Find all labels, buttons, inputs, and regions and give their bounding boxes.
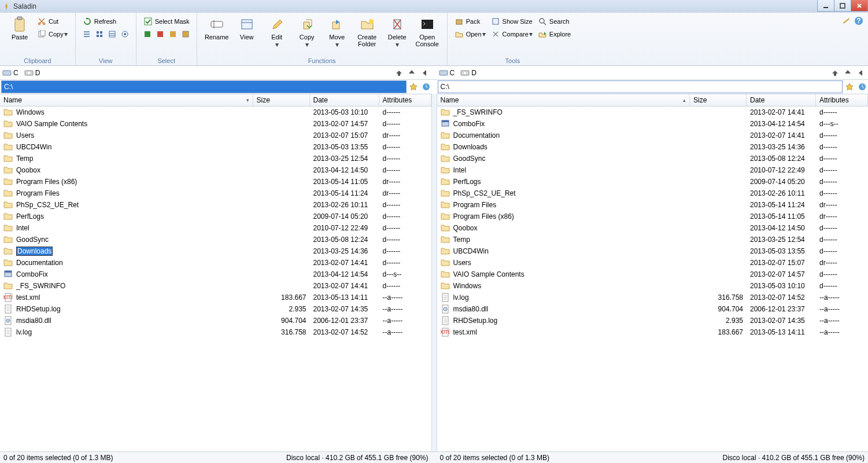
refresh-button[interactable]: Refresh [80,15,131,28]
view-hidden-icon[interactable] [119,28,131,40]
drive-c-left[interactable]: C [2,68,19,78]
bookmark-left[interactable] [408,81,419,93]
file-row[interactable]: Program Files2013-05-14 11:24dr----- [437,199,869,211]
file-row[interactable]: ComboFix2013-04-12 14:54d---s-- [0,269,431,280]
view-grid-icon[interactable] [94,28,105,40]
history-right[interactable] [856,81,868,93]
compare-button[interactable]: Compare▾ [489,28,535,41]
file-row[interactable]: Program Files (x86)2013-05-14 11:05dr---… [437,211,869,222]
file-row[interactable]: Downloads2013-03-25 14:36d------ [437,141,869,153]
file-row[interactable]: RHDSetup.log2.9352013-02-07 14:35--a----… [0,303,431,315]
file-list-left[interactable]: Windows2013-05-03 10:10d------VAIO Sampl… [0,106,431,451]
close-button[interactable] [851,0,868,12]
file-row[interactable]: lv.log316.7582013-02-07 14:52--a----- [0,326,431,338]
nav-back-left[interactable] [419,68,430,78]
file-row[interactable]: Intel2010-07-12 22:49d------ [0,222,431,234]
col-header-date-right[interactable]: Date [747,94,816,106]
file-row[interactable]: PerfLogs2009-07-14 05:20d------ [437,176,869,188]
nav-parent-right[interactable] [830,68,840,78]
invert-selection-icon[interactable] [167,28,179,40]
file-row[interactable]: Downloads2013-03-25 14:36d------ [0,245,431,257]
view-list-icon[interactable] [81,28,93,40]
chevron-down-icon[interactable]: ▾ [482,30,486,38]
move-button[interactable]: Move▾ [322,15,352,50]
help-icon[interactable]: ? [854,16,863,25]
open-folder-button[interactable]: Open▾ [452,28,489,41]
file-row[interactable]: UBCD4Win2013-05-03 13:55d------ [437,245,869,257]
file-row[interactable]: Program Files (x86)2013-05-14 11:05dr---… [0,176,431,188]
minimize-button[interactable] [817,0,834,12]
drive-d-left[interactable]: D [24,68,40,78]
unselect-all-icon[interactable] [154,28,166,40]
file-row[interactable]: GoodSync2013-05-08 12:24d------ [0,234,431,245]
file-row[interactable]: Documentation2013-02-07 14:41d------ [437,130,869,141]
view-file-button[interactable]: View [232,15,262,42]
pack-button[interactable]: Pack [452,15,489,28]
file-row[interactable]: _FS_SWRINFO2013-02-07 14:41d------ [0,280,431,292]
file-row[interactable]: Qoobox2013-04-12 14:50d------ [437,222,869,234]
chevron-down-icon[interactable]: ▾ [335,41,339,49]
drive-d-right[interactable]: D [460,68,477,78]
file-row[interactable]: Temp2013-03-25 12:54d------ [437,234,869,245]
settings-icon[interactable] [841,16,851,25]
file-row[interactable]: UBCD4Win2013-05-03 13:55d------ [0,141,431,153]
copy-button[interactable]: Copy▾ [35,28,71,41]
col-header-name-right[interactable]: Name▴ [437,94,690,106]
chevron-down-icon[interactable]: ▾ [529,30,533,38]
file-row[interactable]: Users2013-02-07 15:07dr----- [0,130,431,141]
edit-button[interactable]: Edit▾ [262,15,292,50]
file-row[interactable]: VAIO Sample Contents2013-02-07 14:57d---… [437,269,869,280]
explore-button[interactable]: Explore [535,28,573,41]
col-header-date-left[interactable]: Date [310,94,379,106]
file-row[interactable]: PhSp_CS2_UE_Ret2013-02-26 10:11d------ [0,199,431,211]
col-header-size-left[interactable]: Size [253,94,310,106]
select-same-icon[interactable] [180,28,191,40]
file-row[interactable]: Intel2010-07-12 22:49d------ [437,164,869,176]
paste-button[interactable]: Paste [5,15,35,42]
file-row[interactable]: VAIO Sample Contents2013-02-07 14:57d---… [0,118,431,130]
col-header-attr-left[interactable]: Attributes [379,94,431,106]
rename-button[interactable]: Rename [202,15,232,42]
file-row[interactable]: _FS_SWRINFO2013-02-07 14:41d------ [437,106,869,118]
file-row[interactable]: xmltest.xml183.6672013-05-13 14:11--a---… [0,292,431,303]
open-console-button[interactable]: Open Console [412,15,442,49]
maximize-button[interactable] [834,0,851,12]
select-mask-button[interactable]: Select Mask [141,15,192,28]
file-row[interactable]: GoodSync2013-05-08 12:24d------ [437,153,869,164]
select-all-icon[interactable] [142,28,153,40]
nav-up-left[interactable] [407,68,417,78]
file-row[interactable]: msdia80.dll904.7042006-12-01 23:37--a---… [0,315,431,326]
file-row[interactable]: Windows2013-05-03 10:10d------ [0,106,431,118]
col-header-attr-right[interactable]: Attributes [816,94,868,106]
file-row[interactable]: Users2013-02-07 15:07dr----- [437,257,869,269]
file-row[interactable]: PhSp_CS2_UE_Ret2013-02-26 10:11d------ [437,188,869,199]
file-row[interactable]: Program Files2013-05-14 11:24dr----- [0,188,431,199]
chevron-down-icon[interactable]: ▾ [305,41,309,49]
file-row[interactable]: RHDSetup.log2.9352013-02-07 14:35--a----… [437,315,869,326]
nav-up-right[interactable] [843,68,853,78]
chevron-down-icon[interactable]: ▾ [395,41,400,49]
delete-button[interactable]: Delete▾ [382,15,412,50]
file-row[interactable]: Temp2013-03-25 12:54d------ [0,153,431,164]
bookmark-right[interactable] [844,81,855,93]
file-list-right[interactable]: _FS_SWRINFO2013-02-07 14:41d------ComboF… [437,106,869,451]
file-row[interactable]: Documentation2013-02-07 14:41d------ [0,257,431,269]
nav-parent-left[interactable] [394,68,404,78]
nav-back-right[interactable] [855,68,866,78]
file-row[interactable]: ComboFix2013-04-12 14:54d---s-- [437,118,869,130]
copy-file-button[interactable]: Copy▾ [292,15,322,50]
drive-c-right[interactable]: C [439,68,455,78]
file-row[interactable]: lv.log316.7582013-02-07 14:52--a----- [437,292,869,303]
file-row[interactable]: Qoobox2013-04-12 14:50d------ [0,164,431,176]
file-row[interactable]: PerfLogs2009-07-14 05:20d------ [0,211,431,222]
show-size-button[interactable]: Show Size [489,15,535,28]
chevron-down-icon[interactable]: ▾ [275,41,279,49]
file-row[interactable]: msdia80.dll904.7042006-12-01 23:37--a---… [437,303,869,315]
path-input-left[interactable] [1,80,407,93]
file-row[interactable]: Windows2013-05-03 10:10d------ [437,280,869,292]
search-button[interactable]: Search [535,15,573,28]
cut-button[interactable]: Cut [35,15,71,28]
create-folder-button[interactable]: Create Folder [352,15,382,49]
chevron-down-icon[interactable]: ▾ [64,30,68,38]
history-left[interactable] [420,81,432,93]
